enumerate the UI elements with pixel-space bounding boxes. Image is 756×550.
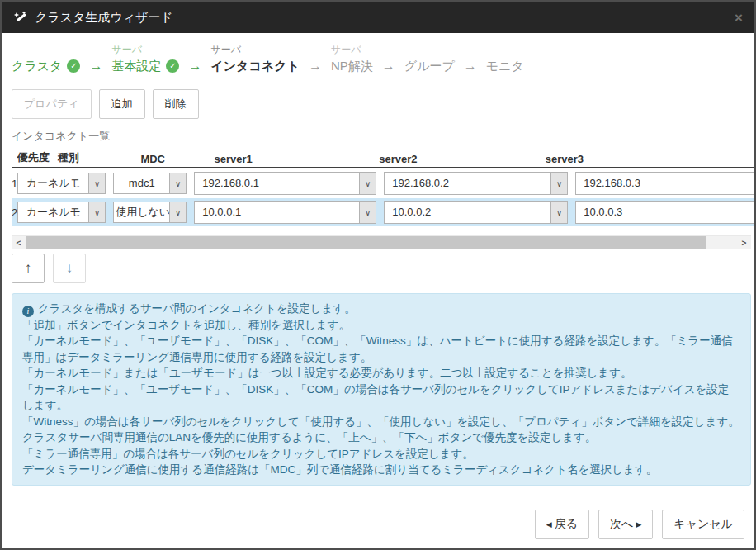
chevron-down-icon[interactable]: ∨ [169, 202, 186, 222]
wizard-steps: クラスタ✓ → サーバ 基本設定✓ → サーバ インタコネクト → サーバ NP… [12, 43, 744, 75]
interconnect-list-label: インタコネクト一覧 [12, 129, 744, 144]
mdc-select[interactable]: mdc1 ∨ [113, 173, 187, 194]
interconnect-table: 優先度 種別 MDC server1 server2 server3 1 カーネ… [12, 149, 754, 226]
step-interconnect[interactable]: サーバ インタコネクト [210, 43, 299, 75]
server2-combobox[interactable]: 192.168.0.2 ∨ [384, 172, 568, 195]
horizontal-scrollbar[interactable]: < > [12, 235, 751, 249]
step-arrow-icon: → [309, 57, 322, 75]
chevron-down-icon[interactable]: ∨ [169, 173, 186, 193]
footer: ◀ 戻る 次へ ▶ キャンセル [526, 510, 744, 539]
dialog-title: クラスタ生成ウィザード [35, 10, 173, 26]
step-label: インタコネクト [210, 57, 299, 75]
step-arrow-icon: → [382, 57, 395, 75]
info-line: データミラーリング通信に使用する通信経路は「MDC」列で通信経路に割り当てるミラ… [22, 462, 740, 478]
move-up-button[interactable]: ↑ [12, 254, 45, 283]
info-line: 「Witness」の場合は各サーバ列のセルをクリックして「使用する」、「使用しな… [22, 414, 740, 430]
chevron-down-icon[interactable]: ∨ [550, 202, 567, 223]
server3-combobox[interactable]: 192.168.0.3 [575, 172, 754, 195]
type-select[interactable]: カーネルモ ∨ [17, 202, 106, 223]
table-header-row: 優先度 種別 MDC server1 server2 server3 [12, 149, 754, 165]
toolbar: プロパティ 追加 削除 [12, 89, 744, 119]
chevron-down-icon[interactable]: ∨ [359, 202, 376, 223]
cancel-button[interactable]: キャンセル [662, 510, 744, 539]
server2-combobox[interactable]: 10.0.0.2 ∨ [384, 201, 568, 224]
step-arrow-icon: → [464, 57, 477, 75]
info-line: 「カーネルモード」、「ユーザモード」、「DISK」、「COM」の場合は各サーバ列… [22, 382, 740, 414]
mdc-select[interactable]: 使用しない ∨ [113, 202, 187, 223]
info-line: クラスタサーバ間専用通信のLANを優先的に使用するように、「上へ」、「下へ」ボタ… [22, 429, 740, 446]
add-button[interactable]: 追加 [99, 89, 145, 119]
next-button[interactable]: 次へ ▶ [598, 510, 653, 539]
step-arrow-icon: → [89, 57, 102, 75]
priority-order-buttons: ↑ ↓ [12, 254, 744, 283]
info-line: 「追加」ボタンでインタコネクトを追加し、種別を選択します。 [22, 317, 740, 334]
info-line: 「カーネルモード」または「ユーザモード」は一つ以上設定する必要があります。二つ以… [22, 365, 740, 382]
check-icon: ✓ [166, 59, 179, 73]
close-icon[interactable]: × [735, 11, 743, 25]
step-label: グループ [404, 57, 455, 75]
info-box: iクラスタを構成するサーバ間のインタコネクトを設定します。 「追加」ボタンでイン… [12, 293, 751, 486]
back-button[interactable]: ◀ 戻る [535, 510, 589, 539]
step-monitor[interactable]: モニタ [486, 43, 524, 75]
info-line: 「ミラー通信専用」の場合は各サーバ列のセルをクリックしてIPアドレスを設定します… [22, 446, 740, 462]
table-row: 2 カーネルモ ∨ 使用しない ∨ 10.0.0.1 ∨ 10.0.0.2 [12, 198, 754, 226]
magic-wand-icon [13, 10, 28, 25]
scrollbar-track[interactable] [706, 236, 737, 249]
header-server3: server3 [540, 153, 754, 165]
scroll-left-icon[interactable]: < [12, 236, 26, 249]
header-priority: 優先度 [12, 150, 55, 165]
step-cluster[interactable]: クラスタ✓ [12, 43, 80, 75]
cluster-wizard-dialog: クラスタ生成ウィザード × クラスタ✓ → サーバ 基本設定✓ → サーバ イン… [0, 0, 756, 550]
header-rule [12, 167, 754, 168]
step-label: モニタ [486, 57, 524, 75]
title-bar: クラスタ生成ウィザード × [2, 2, 754, 33]
delete-button[interactable]: 削除 [153, 89, 199, 119]
header-type: 種別 [55, 150, 132, 165]
check-icon: ✓ [67, 59, 80, 73]
table-row: 1 カーネルモ ∨ mdc1 ∨ 192.168.0.1 ∨ 192.168.0 [12, 169, 754, 197]
header-server1: server1 [209, 153, 367, 165]
info-line: 「カーネルモード」、「ユーザモード」、「DISK」、「COM」、「Witness… [22, 333, 740, 365]
next-arrow-icon: ▶ [636, 521, 641, 529]
server3-combobox[interactable]: 10.0.0.3 [575, 201, 754, 224]
chevron-down-icon[interactable]: ∨ [359, 173, 376, 194]
step-arrow-icon: → [188, 57, 201, 75]
scroll-right-icon[interactable]: > [737, 236, 751, 249]
type-select[interactable]: カーネルモ ∨ [17, 173, 106, 194]
priority-cell: 2 [12, 206, 17, 219]
step-group[interactable]: グループ [404, 43, 455, 75]
step-label: NP解決 [331, 57, 373, 75]
chevron-down-icon[interactable]: ∨ [550, 173, 567, 194]
server1-combobox[interactable]: 10.0.0.1 ∨ [194, 201, 376, 224]
chevron-down-icon[interactable]: ∨ [88, 202, 105, 222]
info-line: iクラスタを構成するサーバ間のインタコネクトを設定します。 [22, 301, 740, 317]
scrollbar-thumb[interactable] [26, 236, 706, 249]
info-icon: i [22, 306, 34, 317]
header-server2: server2 [373, 153, 533, 165]
step-label: 基本設定 [111, 57, 161, 75]
step-label: クラスタ [12, 57, 62, 75]
server1-combobox[interactable]: 192.168.0.1 ∨ [194, 172, 376, 195]
move-down-button[interactable]: ↓ [53, 254, 86, 283]
chevron-down-icon[interactable]: ∨ [88, 173, 105, 193]
priority-cell: 1 [12, 178, 17, 190]
property-button[interactable]: プロパティ [12, 89, 92, 119]
header-mdc: MDC [138, 153, 201, 165]
back-arrow-icon: ◀ [546, 521, 552, 529]
step-basic-settings[interactable]: サーバ 基本設定✓ [111, 43, 179, 75]
step-np-resolution[interactable]: サーバ NP解決 [331, 43, 373, 75]
